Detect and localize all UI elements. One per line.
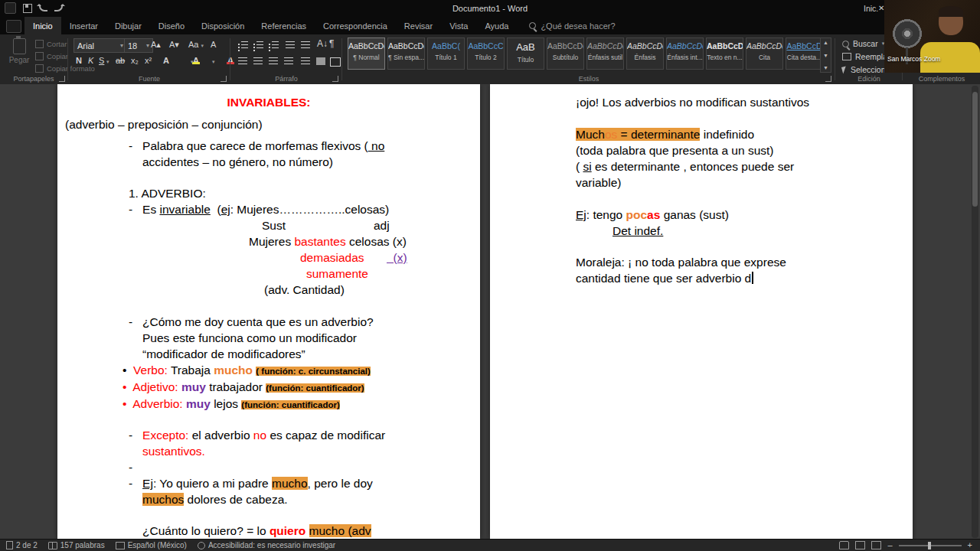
align-right-button[interactable] [268,55,280,67]
text-run: ¿Cuánto lo quiero? = lo [142,524,270,537]
text-line: Pues este funciona como un modificador [142,330,357,346]
text-run: bastantes [294,235,345,248]
text-line: sumamente [306,266,368,282]
styles-gallery-scroll[interactable]: ▲ ▼ ▼ [820,37,831,73]
print-layout-button[interactable] [855,541,865,549]
page-1[interactable]: INVARIABLES:(adverbio – preposición – co… [57,84,480,540]
text-run: ( [211,203,221,216]
italic-button[interactable]: K [86,54,96,67]
tab-dibujar[interactable]: Dibujar [106,17,150,34]
style-label: ¶ Sin espa... [388,54,424,61]
paragraph-dialog-launcher[interactable] [332,76,338,82]
style--sin-espa-[interactable]: AaBbCcDc¶ Sin espa... [387,37,425,70]
text-run: Trabaja [168,364,214,377]
text-run: dolores de cabeza. [184,493,287,506]
style-subt-tulo[interactable]: AaBbCcDcSubtítulo [547,37,584,70]
style-label: Énfasis sutil [587,54,623,61]
tab-inicio[interactable]: Inicio [24,17,61,34]
decrease-indent-button[interactable] [285,39,297,51]
align-left-button[interactable] [237,55,250,67]
text-run: no [253,429,266,442]
underline-dropdown[interactable]: ▾ [104,54,112,67]
vertical-scrollbar[interactable] [972,86,978,538]
clear-format-button[interactable]: A [208,38,218,51]
accessibility-status[interactable]: Accesibilidad: es necesario investigar [198,541,335,549]
style-cita-desta-[interactable]: AaBbCcDCita desta... [786,37,823,70]
style--nfasis-sutil[interactable]: AaBbCcDcÉnfasis sutil [586,37,624,70]
text-line: • Adjetivo: muy trabajador (función: cua… [122,379,364,395]
read-mode-button[interactable] [839,541,849,549]
pilcrow-button[interactable]: ¶ [329,38,334,49]
tab-revisar[interactable]: Revisar [396,17,441,34]
increase-indent-button[interactable] [300,39,312,51]
styles-dialog-launcher[interactable] [825,76,831,82]
tab-ayuda[interactable]: Ayuda [476,17,517,34]
zoom-slider-thumb[interactable] [928,542,931,549]
word-count[interactable]: 157 palabras [48,541,105,549]
style-cita[interactable]: AaBbCcDcCita [746,37,783,70]
strikethrough-button[interactable]: ab [113,54,127,67]
line-spacing-button[interactable] [300,55,312,67]
style--normal[interactable]: AaBbCcDc¶ Normal [348,37,385,70]
bullets-button[interactable] [237,39,250,51]
style-t-tulo-1[interactable]: AaBbC(Título 1 [427,37,465,70]
tab-disposición[interactable]: Disposición [193,17,253,34]
text-line: cantidad tiene que ser adverbio d [576,270,753,286]
webcam-overlay[interactable]: San Marcos Zoom [884,0,980,73]
highlight-dropdown[interactable]: ▾ [188,54,196,67]
style-texto-en-n-[interactable]: AaBbCcDcTexto en n... [706,37,743,70]
numbering-button[interactable] [253,39,265,51]
shading-button[interactable] [315,55,328,67]
tab-referencias[interactable]: Referencias [253,17,315,34]
tab-vista[interactable]: Vista [441,17,476,34]
text-run: indefinido [700,128,754,141]
page-2[interactable]: ¡ojo! Los adverbios no modifican sustant… [490,84,913,540]
gallery-down-icon[interactable]: ▼ [823,53,828,58]
bold-button[interactable]: N [74,54,84,67]
language-indicator[interactable]: Español (México) [116,541,187,549]
style--nfasis-int-[interactable]: AaBbCcDcÉnfasis int... [666,37,704,70]
accessibility-icon [198,542,205,549]
text-run: (x) [387,251,407,264]
tab-diseño[interactable]: Diseño [150,17,193,34]
zoom-out-button[interactable]: – [887,541,892,549]
style-t-tulo-2[interactable]: AaBbCcCTítulo 2 [467,37,505,70]
subscript-button[interactable]: x₂ [129,54,141,67]
page-indicator[interactable]: 2 de 2 [6,541,38,549]
page-right-content[interactable]: ¡ojo! Los adverbios no modifican sustant… [490,84,913,540]
page-left-content[interactable]: INVARIABLES:(adverbio – preposición – co… [57,84,480,540]
justify-button[interactable] [283,55,296,67]
borders-button[interactable] [329,55,341,67]
text-effects-button[interactable]: A [161,56,172,65]
font-color-dropdown[interactable]: ▾ [210,54,217,67]
grow-font-button[interactable]: A▴ [149,38,163,51]
tell-me-search[interactable]: ¿Qué desea hacer? [529,17,615,34]
zoom-in-button[interactable]: + [968,541,972,549]
superscript-button[interactable]: x² [142,54,154,67]
align-center-button[interactable] [253,55,265,67]
scrollbar-thumb[interactable] [972,92,978,207]
tab-correspondencia[interactable]: Correspondencia [315,17,396,34]
text-line: ¡ojo! Los adverbios no modifican sustant… [576,94,809,110]
zoom-slider[interactable] [899,545,962,546]
clipboard-dialog-launcher[interactable] [59,76,65,82]
tab-insertar[interactable]: Insertar [61,17,106,34]
style-t-tulo[interactable]: AaBTítulo [507,37,544,70]
find-button[interactable]: Buscar ▾ [842,39,884,48]
sign-in-button[interactable]: Inic. [864,0,878,17]
style--nfasis[interactable]: AaBbCcDcÉnfasis [626,37,664,70]
gallery-up-icon[interactable]: ▲ [823,40,828,45]
file-menu-icon[interactable] [6,20,21,33]
gallery-more-icon[interactable]: ▼ [823,65,828,70]
multilevel-list-button[interactable] [268,39,280,51]
fan-shape [892,18,923,49]
paste-button[interactable]: Pegar [5,38,33,64]
shrink-font-button[interactable]: A▾ [167,38,181,51]
web-layout-button[interactable] [871,541,881,549]
sort-button[interactable]: A↓ [317,38,328,49]
text-run: 1. ADVERBIO: [129,187,206,200]
font-dialog-launcher[interactable] [220,76,227,82]
change-case-button[interactable]: Aa ▾ [186,38,206,51]
font-family-select[interactable]: Arial▾ [74,38,127,53]
style-label: Título 2 [468,54,504,61]
